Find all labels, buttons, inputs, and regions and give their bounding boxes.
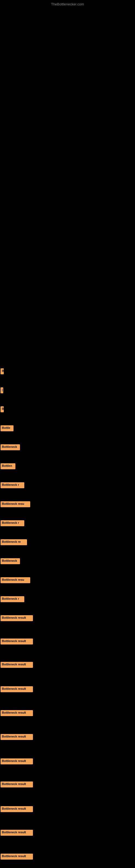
bottleneck-result-label: Bottleneck result [1,662,33,668]
bottleneck-result-label: Bottleneck result [1,686,33,692]
bottleneck-result-label: Bottleneck r [1,596,24,602]
bottleneck-result-label: Bottleneck result [1,710,33,716]
bottleneck-result-label: B [1,406,4,412]
bottleneck-result-label: B [1,368,4,374]
bottleneck-result-label: Bottleneck resu [1,501,30,507]
bottleneck-result-label: Bottleneck result [1,639,33,645]
bottleneck-result-label: Bottleneck resu [1,577,30,583]
bottleneck-result-label: Bottleneck r [1,520,24,526]
bottleneck-result-label: | [1,388,3,393]
bottleneck-result-label: Bottleneck [1,558,20,564]
bottleneck-result-label: Bottlen [1,463,15,469]
bottleneck-result-label: Bottleneck result [1,806,33,812]
bottleneck-result-label: Bottle [1,425,13,431]
bottleneck-result-label: Bottleneck result [1,734,33,740]
bottleneck-result-label: Bottleneck result [1,781,33,787]
bottleneck-result-label: Bottleneck result [1,830,33,836]
bottleneck-result-label: Bottleneck result [1,854,33,860]
bottleneck-result-label: Bottleneck r [1,482,24,488]
bottleneck-result-label: Bottleneck [1,444,20,450]
bottleneck-result-label: Bottleneck re [1,539,27,545]
bottleneck-result-label: Bottleneck result [1,758,33,764]
site-title: TheBottlenecker.com [51,2,84,6]
bottleneck-result-label: Bottleneck result [1,615,33,621]
